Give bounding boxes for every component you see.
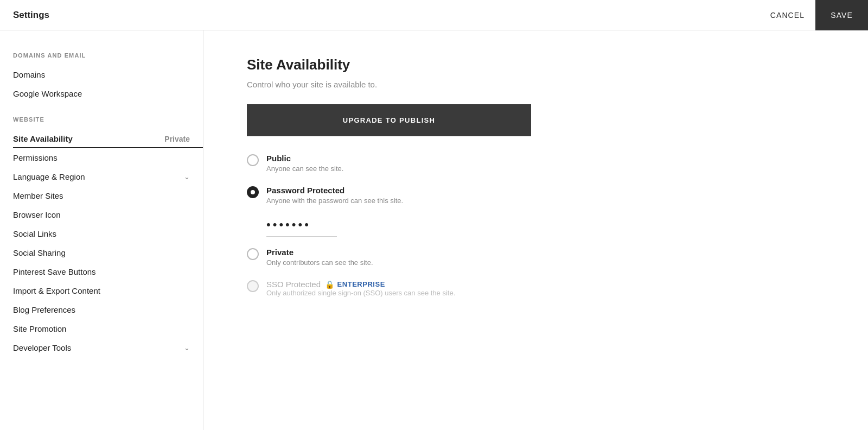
sidebar-item-browser-icon[interactable]: Browser Icon bbox=[13, 205, 203, 224]
cancel-button[interactable]: CANCEL bbox=[760, 0, 816, 30]
main-content: Site Availability Control who your site … bbox=[203, 30, 692, 430]
option-password-label: Password Protected bbox=[266, 186, 403, 195]
chevron-down-icon: ⌄ bbox=[184, 173, 190, 181]
sidebar: DOMAINS AND EMAIL Domains Google Workspa… bbox=[0, 30, 203, 430]
enterprise-badge: 🔒 ENTERPRISE bbox=[325, 280, 385, 289]
page-description: Control who your site is available to. bbox=[247, 80, 692, 89]
sidebar-item-site-promotion[interactable]: Site Promotion bbox=[13, 319, 203, 338]
upgrade-to-publish-button[interactable]: UPGRADE TO PUBLISH bbox=[247, 104, 531, 136]
option-public: Public Anyone can see the site. bbox=[247, 154, 531, 173]
sidebar-item-member-sites[interactable]: Member Sites bbox=[13, 186, 203, 205]
layout: DOMAINS AND EMAIL Domains Google Workspa… bbox=[0, 30, 868, 430]
option-password-protected: Password Protected Anyone with the passw… bbox=[247, 186, 531, 205]
option-public-desc: Anyone can see the site. bbox=[266, 165, 343, 173]
chevron-down-icon-developer: ⌄ bbox=[184, 344, 190, 352]
option-sso-protected: SSO Protected 🔒 ENTERPRISE Only authoriz… bbox=[247, 280, 531, 297]
radio-sso bbox=[247, 280, 259, 292]
sidebar-item-permissions[interactable]: Permissions bbox=[13, 148, 203, 167]
sidebar-item-domains[interactable]: Domains bbox=[13, 65, 203, 84]
sidebar-section-label-domains: DOMAINS AND EMAIL bbox=[13, 52, 203, 59]
password-field: ••••••• bbox=[266, 213, 531, 237]
sidebar-item-social-sharing[interactable]: Social Sharing bbox=[13, 243, 203, 262]
sidebar-section-domains: DOMAINS AND EMAIL Domains Google Workspa… bbox=[13, 52, 203, 103]
option-private-label: Private bbox=[266, 248, 373, 257]
sidebar-item-social-links[interactable]: Social Links bbox=[13, 224, 203, 243]
sidebar-item-pinterest-save-buttons[interactable]: Pinterest Save Buttons bbox=[13, 262, 203, 281]
sidebar-item-language-region[interactable]: Language & Region ⌄ bbox=[13, 167, 203, 186]
availability-options: Public Anyone can see the site. Password… bbox=[247, 154, 531, 297]
header-actions: CANCEL SAVE bbox=[760, 0, 868, 30]
sidebar-section-label-website: WEBSITE bbox=[13, 116, 203, 123]
radio-public[interactable] bbox=[247, 154, 259, 166]
save-button[interactable]: SAVE bbox=[815, 0, 868, 30]
page-title: Site Availability bbox=[247, 56, 692, 73]
enterprise-label: ENTERPRISE bbox=[337, 280, 385, 288]
header: Settings CANCEL SAVE bbox=[0, 0, 868, 30]
option-public-label: Public bbox=[266, 154, 343, 163]
option-sso-desc: Only authorized single sign-on (SSO) use… bbox=[266, 289, 455, 297]
option-sso-label: SSO Protected bbox=[266, 280, 321, 289]
radio-private[interactable] bbox=[247, 248, 259, 260]
option-private-desc: Only contributors can see the site. bbox=[266, 258, 373, 267]
sidebar-item-site-availability[interactable]: Site Availability Private bbox=[13, 129, 203, 148]
sidebar-section-website: WEBSITE Site Availability Private Permis… bbox=[13, 116, 203, 357]
option-password-desc: Anyone with the password can see this si… bbox=[266, 197, 403, 205]
radio-password-protected[interactable] bbox=[247, 186, 259, 198]
sidebar-item-google-workspace[interactable]: Google Workspace bbox=[13, 84, 203, 103]
sidebar-item-blog-preferences[interactable]: Blog Preferences bbox=[13, 300, 203, 319]
lock-icon: 🔒 bbox=[325, 280, 335, 289]
sidebar-item-import-export[interactable]: Import & Export Content bbox=[13, 281, 203, 300]
sidebar-item-developer-tools[interactable]: Developer Tools ⌄ bbox=[13, 338, 203, 357]
app-title: Settings bbox=[13, 10, 49, 21]
password-dots[interactable]: ••••••• bbox=[266, 213, 337, 237]
option-private: Private Only contributors can see the si… bbox=[247, 248, 531, 267]
